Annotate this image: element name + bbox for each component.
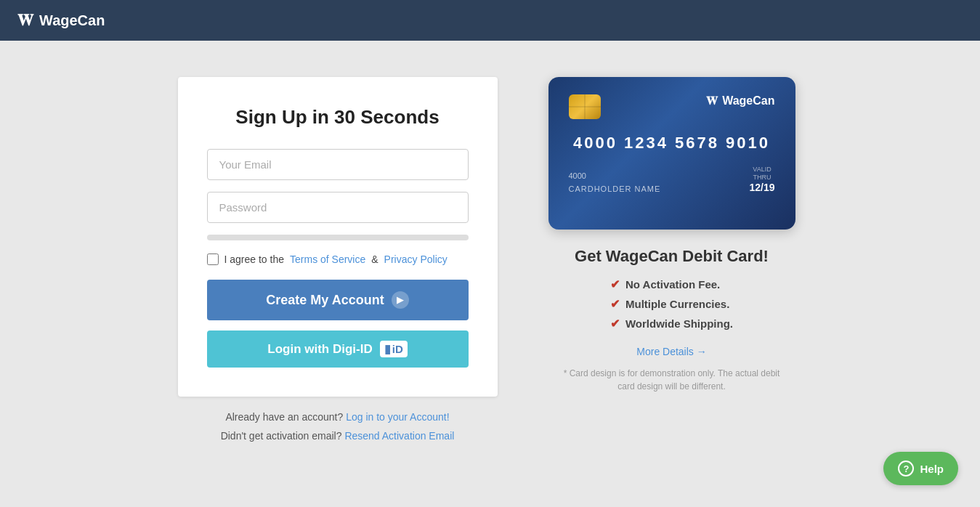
card-disclaimer: * Card design is for demonstration only.… xyxy=(556,367,788,393)
help-button[interactable]: ? Help xyxy=(883,452,958,485)
terms-checkbox[interactable] xyxy=(207,254,219,265)
promo-title: Get WageCan Debit Card! xyxy=(575,247,769,266)
logo-text: WageCan xyxy=(39,12,105,29)
promo-feature-2: ✔ Multiple Currencies. xyxy=(610,297,733,311)
more-details-link[interactable]: More Details → xyxy=(636,346,706,357)
credit-card: 𝐖 WageCan 4000 1234 5678 9010 4000 CARDH… xyxy=(548,77,795,230)
help-circle-icon: ? xyxy=(898,461,914,476)
feature-label-1: No Activation Fee. xyxy=(625,278,720,291)
digi-id-login-button[interactable]: Login with Digi-ID ▮ iD xyxy=(207,330,469,368)
promo-features-list: ✔ No Activation Fee. ✔ Multiple Currenci… xyxy=(610,277,733,336)
form-section: Sign Up in 30 Seconds I agree to the Ter… xyxy=(178,77,498,449)
have-account-text: Already have an account? xyxy=(225,411,343,423)
password-strength-bar xyxy=(207,235,469,240)
card-chip xyxy=(569,94,601,119)
card-number: 4000 1234 5678 9010 xyxy=(569,134,775,153)
form-card: Sign Up in 30 Seconds I agree to the Ter… xyxy=(178,77,498,397)
valid-label2: THRU xyxy=(753,174,771,181)
card-valid-date: 12/19 xyxy=(749,182,774,193)
more-details: More Details → xyxy=(636,345,706,358)
digi-id-label: Login with Digi-ID xyxy=(267,342,372,357)
resend-activation-link[interactable]: Resend Activation Email xyxy=(344,430,454,442)
terms-ampersand: & xyxy=(371,254,378,265)
card-valid-label: VALID THRU xyxy=(749,166,774,182)
digi-badge-text: iD xyxy=(392,343,403,355)
main-content: Sign Up in 30 Seconds I agree to the Ter… xyxy=(0,41,980,485)
card-valid-section: VALID THRU 12/19 xyxy=(749,166,774,193)
create-account-button[interactable]: Create My Account ▶ xyxy=(207,280,469,320)
check-icon-3: ✔ xyxy=(610,317,620,330)
help-label: Help xyxy=(920,463,944,475)
header: 𝐖 WageCan xyxy=(0,0,980,41)
privacy-policy-link[interactable]: Privacy Policy xyxy=(384,254,448,265)
promo-section: 𝐖 WageCan 4000 1234 5678 9010 4000 CARDH… xyxy=(541,77,803,393)
check-icon-1: ✔ xyxy=(610,277,620,291)
terms-row: I agree to the Terms of Service & Privac… xyxy=(207,254,469,265)
card-logo-text: WageCan xyxy=(722,94,774,108)
digi-id-badge-icon: ▮ xyxy=(384,342,391,356)
card-logo-w: 𝐖 xyxy=(706,94,718,108)
terms-text: I agree to the xyxy=(224,254,285,265)
digi-id-badge: ▮ iD xyxy=(380,341,408,357)
form-title: Sign Up in 30 Seconds xyxy=(207,106,469,129)
card-top: 𝐖 WageCan xyxy=(569,94,775,119)
card-logo: 𝐖 WageCan xyxy=(706,94,774,108)
card-bottom-left: 4000 CARDHOLDER NAME xyxy=(569,171,661,193)
create-account-label: Create My Account xyxy=(266,293,384,308)
activation-row: Didn't get activation email? Resend Acti… xyxy=(178,430,498,442)
below-form: Already have an account? Log in to your … xyxy=(178,411,498,442)
valid-label1: VALID xyxy=(753,166,771,173)
email-field[interactable] xyxy=(207,149,469,180)
feature-label-2: Multiple Currencies. xyxy=(625,298,729,310)
logo: 𝐖 WageCan xyxy=(17,11,105,30)
card-num-small: 4000 xyxy=(569,171,661,180)
terms-of-service-link[interactable]: Terms of Service xyxy=(290,254,365,265)
check-icon-2: ✔ xyxy=(610,297,620,311)
no-activation-text: Didn't get activation email? xyxy=(221,430,342,442)
have-account-row: Already have an account? Log in to your … xyxy=(178,411,498,423)
login-link[interactable]: Log in to your Account! xyxy=(346,411,449,423)
card-bottom: 4000 CARDHOLDER NAME VALID THRU 12/19 xyxy=(569,166,775,193)
card-cardholder: CARDHOLDER NAME xyxy=(569,184,661,193)
password-field[interactable] xyxy=(207,192,469,223)
feature-label-3: Worldwide Shipping. xyxy=(625,317,733,330)
promo-feature-1: ✔ No Activation Fee. xyxy=(610,277,733,291)
logo-icon: 𝐖 xyxy=(17,11,33,30)
promo-feature-3: ✔ Worldwide Shipping. xyxy=(610,317,733,330)
play-icon: ▶ xyxy=(392,291,409,309)
